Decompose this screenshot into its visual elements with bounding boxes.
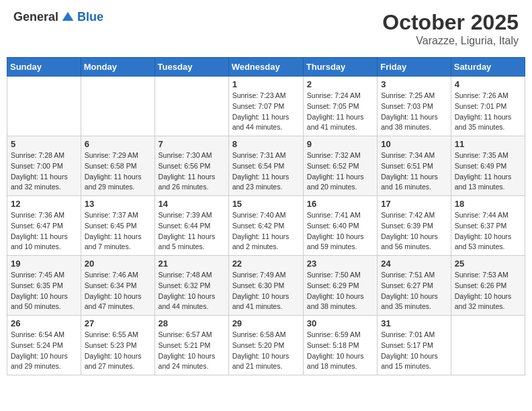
calendar-cell: 15Sunrise: 7:40 AMSunset: 6:42 PMDayligh… [228, 196, 303, 256]
day-number: 20 [85, 259, 151, 269]
logo-icon [61, 11, 75, 24]
calendar-cell: 24Sunrise: 7:51 AMSunset: 6:27 PMDayligh… [378, 256, 451, 316]
calendar-cell [81, 77, 154, 136]
month-title: October 2025 [382, 10, 519, 35]
day-info: Sunrise: 7:25 AMSunset: 7:03 PMDaylight:… [381, 91, 447, 133]
day-number: 22 [232, 259, 300, 269]
day-number: 23 [307, 259, 373, 269]
calendar-cell: 23Sunrise: 7:50 AMSunset: 6:29 PMDayligh… [303, 256, 377, 316]
calendar-week-row: 19Sunrise: 7:45 AMSunset: 6:35 PMDayligh… [7, 256, 525, 316]
day-number: 17 [381, 199, 447, 209]
day-info: Sunrise: 7:53 AMSunset: 6:26 PMDaylight:… [455, 270, 521, 312]
day-number: 13 [85, 199, 151, 209]
day-number: 9 [307, 139, 373, 149]
day-number: 12 [11, 199, 77, 209]
day-info: Sunrise: 7:51 AMSunset: 6:27 PMDaylight:… [381, 270, 447, 312]
weekday-header: Tuesday [154, 58, 228, 77]
calendar-cell: 21Sunrise: 7:48 AMSunset: 6:32 PMDayligh… [154, 256, 228, 316]
calendar-week-row: 26Sunrise: 6:54 AMSunset: 5:24 PMDayligh… [7, 316, 525, 375]
calendar-cell: 29Sunrise: 6:58 AMSunset: 5:20 PMDayligh… [228, 316, 303, 375]
day-info: Sunrise: 7:23 AMSunset: 7:07 PMDaylight:… [232, 91, 300, 133]
day-info: Sunrise: 7:01 AMSunset: 5:17 PMDaylight:… [381, 330, 447, 372]
calendar-cell: 10Sunrise: 7:34 AMSunset: 6:51 PMDayligh… [378, 136, 451, 196]
calendar-cell [154, 77, 228, 136]
calendar-cell: 7Sunrise: 7:30 AMSunset: 6:56 PMDaylight… [154, 136, 228, 196]
calendar-cell: 11Sunrise: 7:35 AMSunset: 6:49 PMDayligh… [451, 136, 525, 196]
calendar-cell: 5Sunrise: 7:28 AMSunset: 7:00 PMDaylight… [7, 136, 81, 196]
day-number: 31 [381, 318, 447, 328]
day-info: Sunrise: 6:59 AMSunset: 5:18 PMDaylight:… [307, 330, 373, 372]
calendar-cell: 27Sunrise: 6:55 AMSunset: 5:23 PMDayligh… [81, 316, 154, 375]
day-number: 29 [232, 318, 300, 328]
day-number: 14 [159, 199, 225, 209]
day-info: Sunrise: 7:42 AMSunset: 6:39 PMDaylight:… [381, 210, 447, 253]
calendar-cell: 20Sunrise: 7:46 AMSunset: 6:34 PMDayligh… [81, 256, 154, 316]
calendar-cell: 25Sunrise: 7:53 AMSunset: 6:26 PMDayligh… [451, 256, 525, 316]
day-number: 3 [381, 79, 447, 89]
svg-marker-0 [62, 11, 74, 20]
day-info: Sunrise: 7:36 AMSunset: 6:47 PMDaylight:… [11, 210, 77, 253]
day-number: 25 [455, 259, 521, 269]
day-number: 4 [455, 79, 521, 89]
day-info: Sunrise: 7:48 AMSunset: 6:32 PMDaylight:… [159, 270, 225, 312]
day-number: 11 [455, 139, 521, 149]
day-info: Sunrise: 6:55 AMSunset: 5:23 PMDaylight:… [85, 330, 151, 372]
calendar-cell: 1Sunrise: 7:23 AMSunset: 7:07 PMDaylight… [228, 77, 303, 136]
day-number: 6 [85, 139, 151, 149]
title-block: October 2025 Varazze, Liguria, Italy [382, 10, 519, 47]
day-number: 7 [159, 139, 225, 149]
day-info: Sunrise: 7:40 AMSunset: 6:42 PMDaylight:… [232, 210, 300, 253]
weekday-header: Wednesday [228, 58, 303, 77]
calendar-week-row: 5Sunrise: 7:28 AMSunset: 7:00 PMDaylight… [7, 136, 525, 196]
day-info: Sunrise: 7:45 AMSunset: 6:35 PMDaylight:… [11, 270, 77, 312]
day-info: Sunrise: 7:49 AMSunset: 6:30 PMDaylight:… [232, 270, 300, 312]
day-info: Sunrise: 7:37 AMSunset: 6:45 PMDaylight:… [85, 210, 151, 253]
calendar-cell [451, 316, 525, 375]
location-title: Varazze, Liguria, Italy [382, 35, 519, 47]
day-info: Sunrise: 7:44 AMSunset: 6:37 PMDaylight:… [455, 210, 521, 253]
day-number: 8 [232, 139, 300, 149]
calendar-cell: 12Sunrise: 7:36 AMSunset: 6:47 PMDayligh… [7, 196, 81, 256]
calendar-cell [7, 77, 81, 136]
day-info: Sunrise: 6:58 AMSunset: 5:20 PMDaylight:… [232, 330, 300, 372]
calendar-cell: 9Sunrise: 7:32 AMSunset: 6:52 PMDaylight… [303, 136, 377, 196]
day-info: Sunrise: 7:46 AMSunset: 6:34 PMDaylight:… [85, 270, 151, 312]
calendar-week-row: 1Sunrise: 7:23 AMSunset: 7:07 PMDaylight… [7, 77, 525, 136]
calendar-cell: 3Sunrise: 7:25 AMSunset: 7:03 PMDaylight… [378, 77, 451, 136]
day-number: 27 [85, 318, 151, 328]
day-number: 24 [381, 259, 447, 269]
day-info: Sunrise: 6:54 AMSunset: 5:24 PMDaylight:… [11, 330, 77, 372]
day-number: 21 [159, 259, 225, 269]
weekday-header: Saturday [451, 58, 525, 77]
day-info: Sunrise: 7:35 AMSunset: 6:49 PMDaylight:… [455, 150, 521, 193]
day-info: Sunrise: 7:32 AMSunset: 6:52 PMDaylight:… [307, 150, 373, 193]
calendar-cell: 2Sunrise: 7:24 AMSunset: 7:05 PMDaylight… [303, 77, 377, 136]
day-info: Sunrise: 7:50 AMSunset: 6:29 PMDaylight:… [307, 270, 373, 312]
logo: General Blue [13, 10, 103, 24]
day-info: Sunrise: 7:41 AMSunset: 6:40 PMDaylight:… [307, 210, 373, 253]
day-number: 19 [11, 259, 77, 269]
weekday-header: Thursday [303, 58, 377, 77]
calendar-cell: 22Sunrise: 7:49 AMSunset: 6:30 PMDayligh… [228, 256, 303, 316]
day-info: Sunrise: 7:30 AMSunset: 6:56 PMDaylight:… [159, 150, 225, 193]
calendar-cell: 28Sunrise: 6:57 AMSunset: 5:21 PMDayligh… [154, 316, 228, 375]
day-number: 28 [159, 318, 225, 328]
weekday-header-row: SundayMondayTuesdayWednesdayThursdayFrid… [7, 58, 525, 77]
day-number: 18 [455, 199, 521, 209]
calendar-cell: 14Sunrise: 7:39 AMSunset: 6:44 PMDayligh… [154, 196, 228, 256]
logo-general: General [13, 10, 58, 24]
calendar-table: SundayMondayTuesdayWednesdayThursdayFrid… [7, 57, 525, 375]
weekday-header: Friday [378, 58, 451, 77]
calendar-cell: 4Sunrise: 7:26 AMSunset: 7:01 PMDaylight… [451, 77, 525, 136]
calendar-cell: 16Sunrise: 7:41 AMSunset: 6:40 PMDayligh… [303, 196, 377, 256]
calendar-cell: 13Sunrise: 7:37 AMSunset: 6:45 PMDayligh… [81, 196, 154, 256]
day-info: Sunrise: 7:31 AMSunset: 6:54 PMDaylight:… [232, 150, 300, 193]
calendar-cell: 6Sunrise: 7:29 AMSunset: 6:58 PMDaylight… [81, 136, 154, 196]
day-info: Sunrise: 7:24 AMSunset: 7:05 PMDaylight:… [307, 91, 373, 133]
day-info: Sunrise: 6:57 AMSunset: 5:21 PMDaylight:… [159, 330, 225, 372]
day-number: 30 [307, 318, 373, 328]
day-info: Sunrise: 7:39 AMSunset: 6:44 PMDaylight:… [159, 210, 225, 253]
day-number: 2 [307, 79, 373, 89]
weekday-header: Monday [81, 58, 154, 77]
calendar-cell: 19Sunrise: 7:45 AMSunset: 6:35 PMDayligh… [7, 256, 81, 316]
